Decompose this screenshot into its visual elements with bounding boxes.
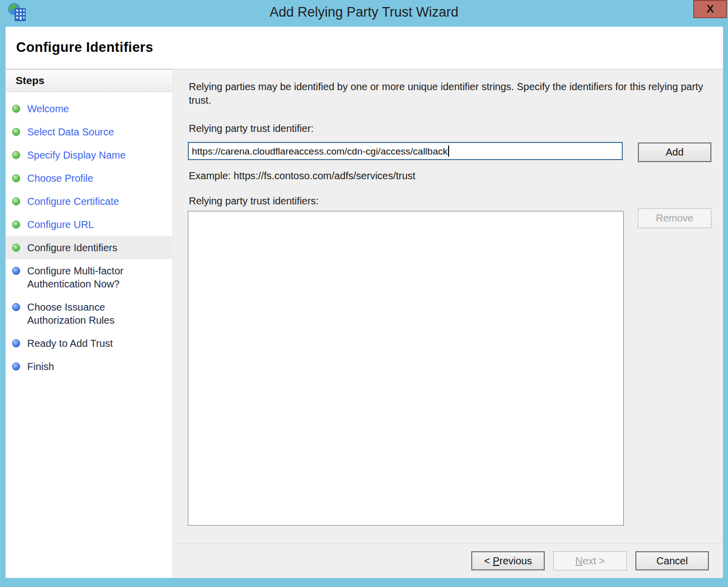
- sidebar-item-configure-url[interactable]: Configure URL: [6, 213, 172, 236]
- sidebar-item-configure-multifactor: Configure Multi-factor Authentication No…: [6, 259, 172, 296]
- window-title: Add Relying Party Trust Wizard: [0, 5, 728, 20]
- page-title: Configure Identifiers: [16, 40, 153, 55]
- identifier-label: Relying party trust identifier:: [189, 123, 314, 134]
- sidebar-item-ready-to-add-trust: Ready to Add Trust: [6, 332, 172, 355]
- previous-button[interactable]: < Previous: [471, 551, 545, 570]
- sidebar-item-select-data-source[interactable]: Select Data Source: [6, 120, 172, 143]
- wizard-window: Add Relying Party Trust Wizard X Configu…: [0, 0, 728, 587]
- sidebar-item-welcome[interactable]: Welcome: [6, 97, 172, 120]
- remove-button[interactable]: Remove: [638, 208, 711, 228]
- step-completed-icon: [12, 221, 20, 229]
- identifier-input[interactable]: https://carena.cloudflareaccess.com/cdn-…: [188, 142, 623, 160]
- identifier-input-value: https://carena.cloudflareaccess.com/cdn-…: [192, 145, 449, 157]
- cancel-button[interactable]: Cancel: [635, 551, 709, 570]
- close-icon: X: [706, 3, 714, 16]
- wizard-dialog: Configure Identifiers Steps Welcome Sele…: [6, 27, 723, 578]
- sidebar-item-configure-identifiers[interactable]: Configure Identifiers: [6, 236, 172, 259]
- steps-title: Steps: [16, 75, 44, 87]
- sidebar-item-choose-issuance-rules: Choose Issuance Authorization Rules: [6, 296, 172, 332]
- steps-sidebar: Steps Welcome Select Data Source Specify…: [6, 69, 172, 578]
- footer-divider: [173, 543, 723, 544]
- instructions-text: Relying parties may be identified by one…: [189, 80, 704, 107]
- step-upcoming-icon: [12, 339, 20, 347]
- step-completed-icon: [12, 151, 20, 159]
- example-text: Example: https://fs.contoso.com/adfs/ser…: [189, 170, 415, 182]
- sidebar-item-configure-certificate[interactable]: Configure Certificate: [6, 190, 172, 213]
- sidebar-item-specify-display-name[interactable]: Specify Display Name: [6, 143, 172, 167]
- step-completed-icon: [12, 128, 20, 136]
- step-completed-icon: [12, 197, 20, 205]
- next-button[interactable]: Next >: [553, 551, 627, 570]
- step-upcoming-icon: [12, 267, 20, 275]
- steps-list: Welcome Select Data Source Specify Displ…: [6, 92, 172, 378]
- add-button[interactable]: Add: [638, 142, 711, 162]
- step-upcoming-icon: [12, 362, 20, 371]
- content-pane: Relying parties may be identified by one…: [173, 69, 723, 578]
- step-completed-icon: [12, 105, 20, 113]
- step-current-icon: [12, 244, 20, 252]
- close-button[interactable]: X: [693, 0, 727, 18]
- step-completed-icon: [12, 174, 20, 182]
- sidebar-item-finish: Finish: [6, 355, 172, 378]
- identifiers-listbox[interactable]: [188, 211, 624, 526]
- step-upcoming-icon: [12, 303, 20, 311]
- sidebar-item-choose-profile[interactable]: Choose Profile: [6, 167, 172, 190]
- identifiers-list-label: Relying party trust identifiers:: [189, 195, 319, 207]
- titlebar: Add Relying Party Trust Wizard X: [0, 0, 728, 27]
- steps-header: Steps: [6, 69, 172, 92]
